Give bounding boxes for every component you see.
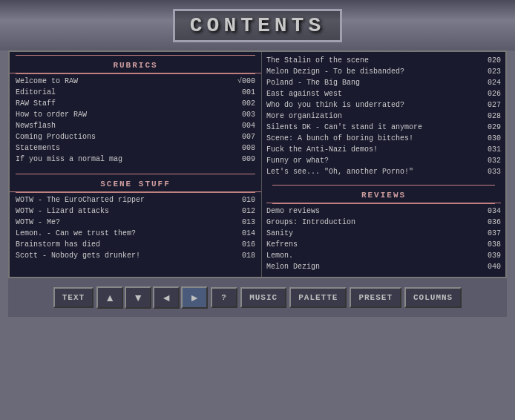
- item-num: 014: [242, 228, 255, 239]
- columns-button[interactable]: COLUMNS: [404, 287, 462, 308]
- left-panel: RUBRICS Welcome to RAW √000 Editorial 00…: [10, 52, 262, 277]
- header-banner: CONTENTS: [0, 0, 515, 50]
- panel-row: RUBRICS Welcome to RAW √000 Editorial 00…: [10, 52, 505, 277]
- palette-button[interactable]: PALETTE: [289, 287, 347, 308]
- item-num: 029: [488, 122, 501, 133]
- item-label: Kefrens: [266, 239, 485, 250]
- arrow-right-button[interactable]: ►: [181, 286, 208, 309]
- item-label: East against west: [266, 88, 485, 99]
- item-num: 012: [242, 206, 255, 217]
- item-label: More organization: [266, 111, 485, 122]
- scene-list: WOTW - The EuroCharted ripper 010 WOTW -…: [10, 193, 261, 263]
- item-label: RAW Staff: [16, 98, 239, 109]
- item-label: Groups: Introduction: [266, 217, 485, 228]
- item-num: √000: [237, 76, 255, 87]
- item-label: WOTW - Me?: [16, 217, 239, 228]
- list-item[interactable]: Sanity 037: [266, 228, 501, 239]
- scene-top-line: [16, 174, 255, 174]
- item-num: 026: [488, 88, 501, 99]
- item-num: 040: [488, 261, 501, 272]
- list-item[interactable]: If you miss a normal mag 009: [16, 154, 255, 165]
- list-item[interactable]: East against west 026: [266, 88, 501, 99]
- list-item[interactable]: Statements 008: [16, 142, 255, 154]
- list-item[interactable]: Editorial 001: [16, 87, 255, 98]
- list-item[interactable]: Groups: Introduction 036: [266, 217, 501, 228]
- reviews-top-line: [272, 185, 495, 186]
- list-item[interactable]: Who do you think is underrated? 027: [266, 99, 501, 111]
- item-num: 018: [242, 250, 255, 261]
- arrow-down-button[interactable]: ▼: [125, 286, 151, 309]
- item-num: 002: [242, 98, 255, 109]
- item-num: 030: [488, 133, 501, 144]
- item-num: 038: [488, 239, 501, 250]
- help-button[interactable]: ?: [211, 287, 237, 308]
- list-item[interactable]: Let's see... "Oh, another Porno!" 033: [266, 166, 501, 177]
- item-num: 009: [242, 154, 255, 165]
- preset-button[interactable]: PRESET: [350, 287, 401, 308]
- list-item[interactable]: Brainstorm has died 016: [16, 239, 255, 250]
- list-item[interactable]: Fuck the Anti-Nazi demos! 031: [266, 144, 501, 155]
- list-item[interactable]: Kefrens 038: [266, 239, 501, 250]
- list-item[interactable]: RAW Staff 002: [16, 98, 255, 109]
- list-item[interactable]: WOTW - The EuroCharted ripper 010: [16, 194, 255, 206]
- item-num: 020: [488, 55, 501, 66]
- list-item[interactable]: How to order RAW 003: [16, 109, 255, 120]
- list-item[interactable]: Funny or what? 032: [266, 155, 501, 166]
- list-item[interactable]: Scene: A bunch of boring bitches! 030: [266, 133, 501, 144]
- item-num: 031: [488, 144, 501, 155]
- item-num: 024: [488, 77, 501, 88]
- item-label: Silents DK - Can't stand it anymore: [266, 122, 485, 133]
- item-label: Welcome to RAW: [16, 76, 234, 87]
- item-num: 010: [242, 194, 255, 206]
- list-item[interactable]: Demo reviews 034: [266, 206, 501, 217]
- list-item[interactable]: Welcome to RAW √000: [16, 76, 255, 87]
- list-item[interactable]: Melon Dezign 040: [266, 261, 501, 272]
- item-label: The Stalin of the scene: [266, 55, 485, 66]
- list-item[interactable]: Coming Productions 007: [16, 131, 255, 142]
- list-item[interactable]: Newsflash 004: [16, 120, 255, 131]
- list-item[interactable]: More organization 028: [266, 111, 501, 122]
- list-item[interactable]: WOTW - Me? 013: [16, 217, 255, 228]
- list-item[interactable]: Scott - Nobody gets drunker! 018: [16, 250, 255, 261]
- list-item[interactable]: Poland - The Big Bang 024: [266, 77, 501, 88]
- item-num: 008: [242, 142, 255, 154]
- text-button[interactable]: TEXT: [53, 287, 94, 308]
- arrow-group: ▲ ▼ ◄ ►: [96, 286, 208, 309]
- arrow-left-button[interactable]: ◄: [153, 286, 180, 309]
- item-label: Demo reviews: [266, 206, 485, 217]
- gap: [10, 166, 261, 171]
- item-label: Who do you think is underrated?: [266, 99, 485, 111]
- item-num: 023: [488, 66, 501, 77]
- reviews-header: REVIEWS: [266, 187, 501, 203]
- item-num: 027: [488, 99, 501, 111]
- music-button[interactable]: MUSIC: [240, 287, 286, 308]
- item-num: 001: [242, 87, 255, 98]
- item-label: Coming Productions: [16, 131, 239, 142]
- rubrics-top-line: [16, 55, 255, 56]
- item-label: Sanity: [266, 228, 485, 239]
- item-num: 004: [242, 120, 255, 131]
- arrow-up-button[interactable]: ▲: [96, 286, 123, 309]
- item-label: Funny or what?: [266, 155, 485, 166]
- rubrics-header: RUBRICS: [10, 57, 261, 73]
- item-label: WOTW - The EuroCharted ripper: [16, 194, 239, 206]
- list-item[interactable]: Lemon. - Can we trust them? 014: [16, 228, 255, 239]
- item-label: Brainstorm has died: [16, 239, 239, 250]
- list-item[interactable]: The Stalin of the scene 020: [266, 55, 501, 66]
- list-item[interactable]: Melon Dezign - To be disbanded? 023: [266, 66, 501, 77]
- item-label: Melon Dezign: [266, 261, 485, 272]
- item-label: Let's see... "Oh, another Porno!": [266, 166, 485, 177]
- misc-list: The Stalin of the scene 020 Melon Dezign…: [266, 55, 501, 177]
- item-label: Statements: [16, 142, 239, 154]
- reviews-list: Demo reviews 034 Groups: Introduction 03…: [266, 204, 501, 274]
- toolbar: TEXT ▲ ▼ ◄ ► ? MUSIC PALETTE PRESET COLU…: [8, 278, 507, 317]
- item-num: 037: [488, 228, 501, 239]
- right-panel: The Stalin of the scene 020 Melon Dezign…: [262, 52, 505, 277]
- list-item[interactable]: Lemon. 039: [266, 250, 501, 261]
- list-item[interactable]: WOTW - Lizard attacks 012: [16, 206, 255, 217]
- main-content: RUBRICS Welcome to RAW √000 Editorial 00…: [8, 50, 507, 278]
- rubrics-list: Welcome to RAW √000 Editorial 001 RAW St…: [10, 74, 261, 166]
- page-title: CONTENTS: [173, 9, 342, 42]
- item-label: Scott - Nobody gets drunker!: [16, 250, 239, 261]
- list-item[interactable]: Silents DK - Can't stand it anymore 029: [266, 122, 501, 133]
